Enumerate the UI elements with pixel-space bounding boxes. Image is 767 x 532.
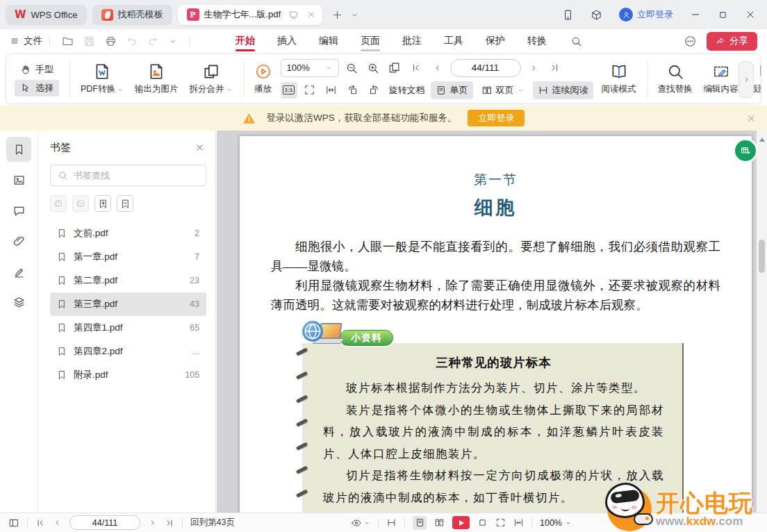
scrollbar-thumb[interactable]: [759, 240, 765, 273]
rail-annotation-button[interactable]: [6, 259, 31, 284]
next-page-button[interactable]: [148, 518, 157, 527]
print-icon[interactable]: [105, 35, 117, 47]
prev-page-button[interactable]: [53, 518, 62, 527]
single-page-button[interactable]: 单页: [431, 81, 473, 99]
continuous-read-button[interactable]: [386, 517, 397, 528]
rotate-pages-button[interactable]: [386, 59, 404, 77]
actual-size-button[interactable]: 1:1: [281, 82, 297, 99]
maximize-button[interactable]: [718, 10, 728, 20]
save-icon[interactable]: [83, 35, 95, 47]
menu-search-icon[interactable]: [570, 35, 582, 47]
bookmark-item[interactable]: 第二章.pdf 23: [50, 269, 206, 292]
bookmark-item[interactable]: 第四章2.pdf ...: [50, 340, 206, 363]
single-page-button[interactable]: [413, 516, 427, 530]
tab-docer[interactable]: 找稻壳模板: [92, 5, 172, 25]
bookmark-item-selected[interactable]: 第三章.pdf 43: [50, 292, 206, 316]
new-tab-icon[interactable]: [331, 9, 343, 21]
tab-document[interactable]: P 生物学七年...版.pdf: [178, 5, 323, 25]
play-button[interactable]: 播放: [249, 60, 278, 98]
zoom-out-button[interactable]: [343, 59, 361, 77]
login-button[interactable]: 立即登录: [619, 8, 673, 22]
prev-page-button[interactable]: [429, 59, 447, 77]
read-mode-button[interactable]: 阅读模式: [596, 60, 642, 98]
bookmark-item[interactable]: 第一章.pdf 7: [50, 245, 206, 269]
status-page-input[interactable]: [69, 515, 140, 530]
share-button[interactable]: 分享: [707, 32, 757, 51]
quickbar-chevron-icon[interactable]: [168, 37, 177, 46]
next-page-button[interactable]: [525, 59, 543, 77]
first-page-button[interactable]: [35, 518, 45, 528]
last-page-button[interactable]: [165, 518, 174, 528]
tab-protect[interactable]: 保护: [475, 29, 516, 53]
toggle-sidebar-button[interactable]: [8, 517, 19, 529]
rail-thumbnails-button[interactable]: [6, 167, 31, 192]
zoom-in-button[interactable]: [364, 59, 382, 77]
edit-content-button[interactable]: 编辑内容: [698, 60, 744, 98]
workspace-cube-icon[interactable]: [591, 9, 602, 21]
tab-convert[interactable]: 转换: [516, 29, 558, 53]
find-replace-button[interactable]: 查找替换: [652, 60, 698, 98]
back-to-page-link[interactable]: 回到第43页: [190, 517, 235, 529]
play-presentation-button[interactable]: [452, 516, 470, 529]
expand-all-button[interactable]: [50, 195, 67, 212]
remove-bookmark-button[interactable]: [117, 195, 133, 212]
select-tool-button[interactable]: 选择: [15, 80, 59, 97]
close-window-button[interactable]: [745, 9, 756, 20]
split-merge-button[interactable]: 拆分合并: [184, 60, 238, 98]
close-notification-icon[interactable]: [746, 113, 757, 124]
tab-wps-home[interactable]: W WPS Office: [6, 5, 87, 25]
tab-page[interactable]: 页面: [349, 29, 391, 53]
first-page-button[interactable]: [407, 59, 425, 77]
export-table-float-button[interactable]: [735, 140, 756, 161]
pdf-convert-button[interactable]: PDF转换: [75, 60, 129, 98]
close-tab-icon[interactable]: [306, 10, 316, 19]
close-panel-icon[interactable]: [195, 142, 205, 153]
tab-list-chevron-icon[interactable]: [350, 10, 359, 19]
continuous-read-button[interactable]: 连续阅读: [533, 81, 593, 99]
login-now-button[interactable]: 立即登录: [468, 110, 525, 126]
rail-bookmarks-button[interactable]: [6, 137, 31, 162]
collapse-all-button[interactable]: [72, 195, 89, 212]
bookmark-item[interactable]: 附录.pdf 105: [50, 363, 206, 387]
export-image-button[interactable]: 输出为图片: [129, 60, 184, 98]
tab-insert[interactable]: 插入: [266, 29, 308, 53]
bookmark-search-box[interactable]: [50, 165, 206, 186]
bookmark-item[interactable]: 文前.pdf 2: [50, 222, 206, 245]
vertical-scrollbar[interactable]: [757, 131, 767, 513]
bookmark-item[interactable]: 第四章1.pdf 65: [50, 316, 206, 340]
fit-page-button[interactable]: [301, 81, 319, 99]
fit-page-button[interactable]: [495, 517, 506, 528]
status-zoom-dropdown[interactable]: 100%: [540, 518, 572, 528]
file-menu-button[interactable]: 文件: [10, 35, 42, 47]
page-number-input[interactable]: [450, 59, 521, 77]
more-options-icon[interactable]: [684, 35, 697, 48]
rotate-doc-label[interactable]: 旋转文档: [389, 84, 425, 97]
minimize-button[interactable]: [690, 9, 701, 20]
mobile-device-icon[interactable]: [562, 9, 574, 21]
present-mode-icon[interactable]: [288, 10, 299, 20]
view-mode-button[interactable]: [351, 517, 370, 529]
double-page-button[interactable]: 双页: [477, 81, 529, 99]
tab-tools[interactable]: 工具: [433, 29, 475, 53]
undo-icon[interactable]: [126, 35, 138, 47]
rail-comments-button[interactable]: [6, 198, 31, 223]
tab-annotate[interactable]: 批注: [391, 29, 433, 53]
zoom-dropdown[interactable]: 100%: [281, 59, 339, 77]
open-file-icon[interactable]: [62, 35, 74, 47]
tab-home[interactable]: 开始: [224, 29, 266, 53]
rail-attachments-button[interactable]: [6, 228, 31, 253]
bookmark-search-input[interactable]: [74, 170, 199, 181]
double-page-button[interactable]: [434, 517, 445, 528]
scroll-up-arrow[interactable]: [759, 135, 765, 142]
last-page-button[interactable]: [546, 59, 564, 77]
tab-edit[interactable]: 编辑: [308, 29, 349, 53]
rotate-left-button[interactable]: [344, 81, 362, 99]
rotate-right-button[interactable]: [365, 81, 384, 99]
toolbar-expand-button[interactable]: [739, 61, 754, 98]
add-bookmark-button[interactable]: [94, 195, 111, 212]
fit-width-button[interactable]: [513, 517, 524, 528]
redo-icon[interactable]: [147, 35, 158, 47]
rail-layers-button[interactable]: [6, 290, 31, 315]
actual-size-button[interactable]: [477, 517, 488, 528]
hand-tool-button[interactable]: 手型: [15, 61, 59, 78]
